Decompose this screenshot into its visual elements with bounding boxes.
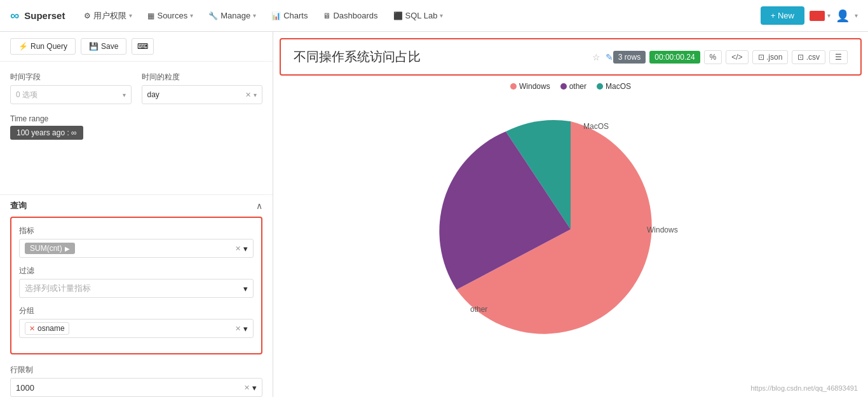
group-tag: ✕ osname — [25, 322, 69, 335]
arrow-icon: ▶ — [65, 245, 70, 252]
group-value: osname — [37, 324, 65, 333]
time-range-section: Time range 100 years ago : ∞ — [10, 114, 262, 140]
time-field-select[interactable]: 0 选项 ▾ — [10, 85, 132, 104]
clear-icon[interactable]: ✕ — [245, 91, 251, 99]
row-limit-label: 行限制 — [10, 365, 262, 375]
metric-label: 指标 — [19, 225, 254, 236]
query-section-header[interactable]: 查询 ∧ — [0, 194, 273, 217]
clear-icon[interactable]: ✕ — [244, 384, 250, 392]
windows-pie-label: Windows — [647, 225, 678, 234]
time-row: 时间字段 0 选项 ▾ 时间的粒度 day ✕ ▾ — [10, 72, 262, 104]
edit-icon[interactable]: ✎ — [606, 52, 613, 62]
filter-field: 过滤 选择列或计量指标 ▾ — [19, 266, 254, 298]
legend-item-other: other — [560, 82, 587, 91]
nav-manage[interactable]: 🔧 Manage ▾ — [202, 7, 262, 24]
time-field-label: 时间字段 — [10, 72, 132, 83]
navbar: ∞ Superset ⚙ 用户权限 ▾ ▦ Sources ▾ 🔧 Manage… — [0, 0, 868, 32]
group-label: 分组 — [19, 306, 254, 316]
chevron-down-icon: ▾ — [243, 284, 248, 293]
sources-icon: ▦ — [147, 11, 154, 20]
time-granularity-group: 时间的粒度 day ✕ ▾ — [142, 72, 263, 104]
legend-dot-other — [560, 83, 567, 90]
left-panel: ⚡ Run Query 💾 Save ⌨ 时间字段 0 选项 ▾ — [0, 32, 273, 397]
macos-pie-label: MacOS — [583, 122, 609, 131]
time-field-group: 时间字段 0 选项 ▾ — [10, 72, 132, 104]
right-panel: 不同操作系统访问占比 ☆ ✎ 3 rows 00:00:00.24 % </> … — [273, 32, 868, 397]
pie-chart: MacOS Windows other — [437, 109, 704, 350]
chart-header: 不同操作系统访问占比 ☆ ✎ 3 rows 00:00:00.24 % </> … — [280, 38, 862, 76]
menu-button[interactable]: ☰ — [829, 50, 848, 64]
legend: Windows other MacOS — [286, 82, 855, 91]
time-granularity-label: 时间的粒度 — [142, 72, 263, 83]
nav-sqllab-label: SQL Lab — [405, 11, 438, 20]
csv-button[interactable]: ⊡ .csv — [792, 50, 825, 64]
run-query-button[interactable]: ⚡ Run Query — [10, 38, 76, 55]
nav-dashboards[interactable]: 🖥 Dashboards — [316, 7, 384, 24]
chevron-down-icon: ▾ — [190, 12, 193, 19]
clear-icon[interactable]: ✕ — [235, 325, 241, 333]
code-button[interactable]: </> — [726, 50, 748, 64]
clear-icon[interactable]: ✕ — [235, 245, 241, 253]
percent-button[interactable]: % — [704, 50, 722, 64]
users-icon: ⚙ — [84, 11, 91, 20]
chevron-down-icon: ▾ — [440, 12, 443, 19]
keyboard-icon: ⌨ — [137, 42, 148, 51]
chart-title-icons: ☆ ✎ — [592, 52, 613, 62]
group-field: 分组 ✕ osname ✕ ▾ — [19, 306, 254, 338]
legend-dot-windows — [510, 83, 517, 90]
metric-container[interactable]: SUM(cnt) ▶ ✕ ▾ — [19, 239, 254, 258]
user-menu[interactable]: 👤 — [836, 9, 850, 23]
run-query-label: Run Query — [31, 42, 67, 51]
chevron-down-icon: ▾ — [243, 324, 248, 333]
nav-dashboards-label: Dashboards — [333, 11, 377, 20]
locale-selector[interactable]: ▾ — [810, 11, 831, 21]
brand-name: Superset — [24, 10, 65, 21]
filter-label: 过滤 — [19, 266, 254, 276]
legend-dot-macos — [597, 83, 603, 90]
chevron-down-icon: ▾ — [254, 91, 257, 98]
metric-value: SUM(cnt) — [30, 244, 62, 253]
time-badge: 00:00:00.24 — [649, 51, 700, 64]
rows-badge: 3 rows — [613, 51, 646, 64]
query-toolbar: ⚡ Run Query 💾 Save ⌨ — [0, 32, 273, 62]
metric-field: 指标 SUM(cnt) ▶ ✕ ▾ — [19, 225, 254, 258]
group-container[interactable]: ✕ osname ✕ ▾ — [19, 319, 254, 338]
nav-sqllab[interactable]: ⬛ SQL Lab ▾ — [387, 7, 450, 24]
pie-chart-container: MacOS Windows other — [286, 96, 855, 363]
time-granularity-select[interactable]: day ✕ ▾ — [142, 85, 263, 104]
query-section-title: 查询 — [10, 200, 27, 212]
nav-sources[interactable]: ▦ Sources ▾ — [141, 7, 200, 24]
flash-icon: ⚡ — [18, 42, 28, 51]
filter-container[interactable]: 选择列或计量指标 ▾ — [19, 279, 254, 298]
nav-charts[interactable]: 📊 Charts — [265, 7, 314, 24]
legend-label-other: other — [569, 82, 587, 91]
time-field-value: 0 选项 — [16, 90, 37, 100]
filter-placeholder: 选择列或计量指标 — [25, 283, 91, 294]
json-button[interactable]: ⊡ .json — [752, 50, 789, 64]
row-limit-value: 1000 — [16, 383, 34, 393]
chevron-down-icon: ▾ — [253, 12, 256, 19]
time-range-badge[interactable]: 100 years ago : ∞ — [10, 126, 83, 140]
manage-icon: 🔧 — [208, 11, 218, 20]
metric-tag: SUM(cnt) ▶ — [25, 243, 75, 254]
chevron-down-icon: ▾ — [129, 12, 132, 19]
legend-item-macos: MacOS — [597, 82, 631, 91]
chevron-down-icon: ▾ — [123, 91, 126, 98]
save-button[interactable]: 💾 Save — [81, 38, 126, 55]
star-icon[interactable]: ☆ — [592, 52, 600, 62]
new-button[interactable]: + New — [761, 6, 804, 25]
brand-logo: ∞ — [10, 8, 19, 23]
time-granularity-value: day — [147, 90, 159, 99]
nav-users[interactable]: ⚙ 用户权限 ▾ — [78, 6, 139, 25]
brand: ∞ Superset — [10, 8, 65, 23]
chevron-down-icon: ▾ — [243, 244, 248, 253]
chevron-down-icon: ▾ — [252, 383, 257, 393]
row-limit-section: 行限制 1000 ✕ ▾ — [0, 365, 273, 397]
chevron-down-icon: ▾ — [855, 12, 858, 19]
nav-charts-label: Charts — [283, 11, 308, 20]
keyboard-button[interactable]: ⌨ — [132, 38, 154, 55]
chart-area: Windows other MacOS — [273, 82, 868, 397]
left-content: 时间字段 0 选项 ▾ 时间的粒度 day ✕ ▾ — [0, 62, 273, 194]
row-limit-container[interactable]: 1000 ✕ ▾ — [10, 378, 262, 397]
remove-icon[interactable]: ✕ — [29, 325, 35, 333]
